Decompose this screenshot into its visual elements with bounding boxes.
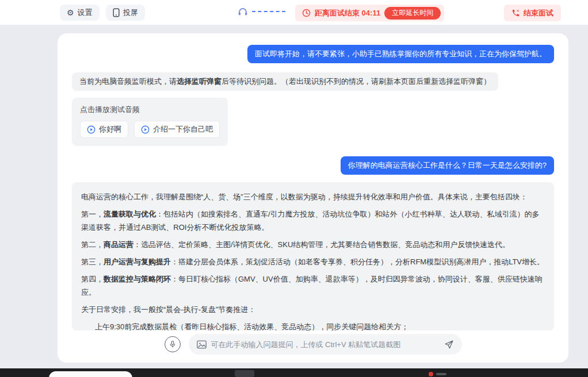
- send-icon[interactable]: [444, 340, 454, 349]
- user-question-message: 你理解的电商运营核心工作是什么？日常一天是怎么安排的?: [341, 156, 554, 175]
- schedule-item: 上午9:30前完成数据晨检（看昨日核心指标、活动效果、竞品动态），同步关键问题给…: [81, 320, 545, 330]
- play-button-label: 介绍一下你自己吧: [153, 124, 213, 134]
- taskbar-item[interactable]: [235, 370, 254, 377]
- phone-cast-icon: [113, 8, 120, 17]
- topbar: ⚙ 设置 投屏 距离面试结束 04:11 立即延长时间 结束面试: [0, 0, 588, 25]
- audio-connection-indicator: [237, 6, 285, 17]
- headset-icon: [237, 6, 249, 17]
- taskbar-notification-dot: [429, 372, 433, 376]
- answer-paragraph: 第二，商品运营：选品评估、定价策略、主图/详情页优化、SKU结构管理，尤其要结合…: [81, 238, 545, 251]
- listen-mode-notice: 当前为电脑音频监听模式，请选择监听弹窗后等待识别问题。（若出现识别不到的情况，请…: [72, 72, 498, 91]
- extend-time-button[interactable]: 立即延长时间: [384, 7, 441, 20]
- clock-icon: [302, 9, 311, 17]
- screen-cast-button[interactable]: 投屏: [106, 5, 145, 21]
- test-audio-box: 点击播放测试音频 你好啊 介绍一下你自己吧: [72, 98, 228, 146]
- dashed-connection-line: [252, 11, 285, 12]
- system-taskbar: [0, 368, 588, 377]
- answer-paragraphs: 电商运营的核心工作，我理解是围绕“人、货、场”三个维度，以数据为驱动，持续提升转…: [81, 190, 545, 316]
- taskbar-window-pill[interactable]: [49, 371, 132, 377]
- test-audio-title: 点击播放测试音频: [80, 105, 220, 115]
- play-test-audio-button-2[interactable]: 介绍一下你自己吧: [134, 121, 220, 138]
- assistant-answer-message: 电商运营的核心工作，我理解是围绕“人、货、场”三个维度，以数据为驱动，持续提升转…: [72, 182, 554, 330]
- timer-countdown-text: 距离面试结束 04:11: [315, 8, 380, 18]
- end-interview-button[interactable]: 结束面试: [504, 5, 561, 21]
- answer-paragraph: 第一，流量获取与优化：包括站内（如搜索排名、直通车/引力魔方投放、活动坑位争取）…: [81, 207, 545, 234]
- answer-paragraph: 第三，用户运营与复购提升：搭建分层会员体系，策划促活活动（如老客专享券、积分任务…: [81, 255, 545, 268]
- assistant-intro-message: 面试即将开始，请不要紧张，小助手已熟练掌握你的所有专业知识，正在为你保驾护航。: [247, 45, 554, 63]
- cast-label: 投屏: [123, 7, 138, 18]
- settings-button[interactable]: ⚙ 设置: [60, 5, 100, 21]
- microphone-button[interactable]: [165, 336, 181, 352]
- play-test-audio-button-1[interactable]: 你好啊: [80, 121, 128, 138]
- gear-icon: ⚙: [67, 9, 74, 17]
- settings-label: 设置: [78, 7, 93, 18]
- question-input[interactable]: [211, 340, 440, 349]
- answer-paragraph: 第四，数据监控与策略闭环：每日盯核心指标（GMV、UV价值、加购率、退款率等），…: [81, 272, 545, 299]
- chat-panel: 面试即将开始，请不要紧张，小助手已熟练掌握你的所有专业知识，正在为你保驾护航。 …: [58, 33, 568, 363]
- question-input-pill: [189, 334, 462, 355]
- interview-timer: 距离面试结束 04:11 立即延长时间: [295, 5, 444, 21]
- answer-paragraph: 关于日常安排，我一般按“晨会-执行-复盘”节奏推进：: [81, 303, 545, 316]
- composer-row: [72, 334, 554, 355]
- taskbar-item: [436, 373, 446, 375]
- answer-paragraph: 电商运营的核心工作，我理解是围绕“人、货、场”三个维度，以数据为驱动，持续提升转…: [81, 190, 545, 203]
- phone-hangup-icon: [511, 9, 520, 17]
- upload-image-icon[interactable]: [197, 340, 207, 349]
- answer-schedule-list: 上午9:30前完成数据晨检（看昨日核心指标、活动效果、竞品动态），同步关键问题给…: [81, 320, 545, 330]
- end-interview-label: 结束面试: [524, 8, 553, 18]
- play-button-label: 你好啊: [99, 124, 121, 134]
- play-icon: [141, 125, 150, 134]
- play-icon: [87, 125, 96, 134]
